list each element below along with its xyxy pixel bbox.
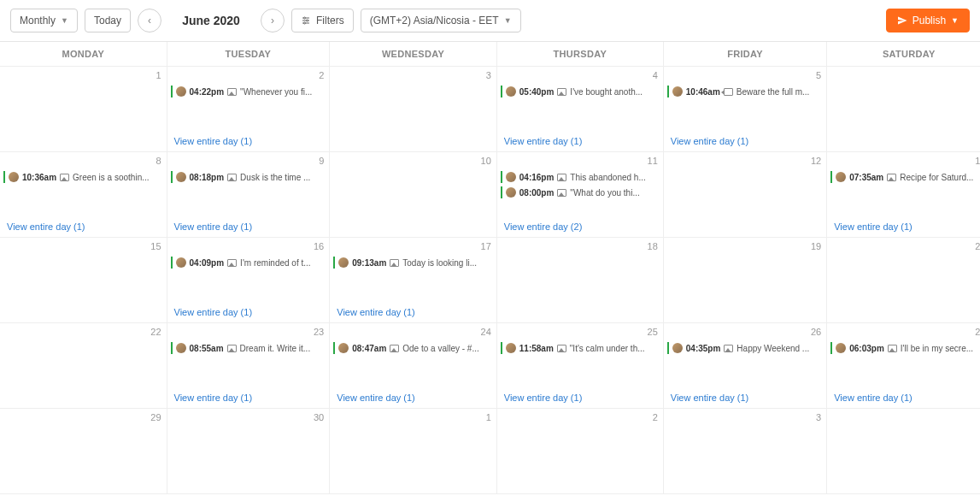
event-text: "What do you thi... xyxy=(570,188,645,198)
view-entire-day-link[interactable]: View entire day (1) xyxy=(827,389,980,404)
avatar xyxy=(176,343,186,353)
filters-button[interactable]: Filters xyxy=(291,9,354,32)
day-cell[interactable]: 12 xyxy=(664,152,827,238)
calendar-event[interactable]: 05:40pmI've bought anoth... xyxy=(501,86,660,97)
event-text: Ode to a valley - #... xyxy=(402,344,479,353)
publish-button[interactable]: Publish ▼ xyxy=(886,9,970,32)
day-cell[interactable]: 3 xyxy=(664,409,827,494)
day-cell[interactable]: 1604:09pmI'm reminded of t...View entire… xyxy=(167,238,331,323)
calendar-event[interactable]: 08:47amOde to a valley - #... xyxy=(333,342,493,354)
day-cell[interactable]: 810:36amGreen is a soothin...View entire… xyxy=(0,152,167,238)
day-cell[interactable]: 4 xyxy=(827,409,980,494)
instagram-icon xyxy=(977,343,980,353)
event-time: 06:03pm xyxy=(849,344,884,353)
event-time: 10:46am xyxy=(686,87,720,97)
day-cell[interactable]: 29 xyxy=(0,409,167,494)
calendar-event[interactable]: 04:16pmThis abandoned h... xyxy=(501,171,660,183)
day-cell[interactable]: 10 xyxy=(330,152,497,238)
day-cell[interactable]: 1104:16pmThis abandoned h...08:00pm"What… xyxy=(497,152,664,238)
timezone-dropdown[interactable]: (GMT+2) Asia/Nicosia - EET ▼ xyxy=(361,9,521,32)
view-entire-day-link[interactable]: View entire day (1) xyxy=(827,218,980,233)
calendar-event[interactable]: 10:46amBeware the full m... xyxy=(667,86,823,97)
toolbar: Monthly ▼ Today ‹ June 2020 › Filters (G… xyxy=(0,0,980,42)
event-text: Happy Weekend ... xyxy=(736,344,809,353)
view-entire-day-link[interactable]: View entire day (2) xyxy=(497,218,663,233)
event-time: 08:55am xyxy=(190,344,224,353)
status-bar xyxy=(501,86,502,97)
calendar-event[interactable]: 04:35pmHappy Weekend ... xyxy=(667,342,823,354)
day-number: 1 xyxy=(0,68,167,82)
day-cell[interactable]: 1 xyxy=(0,67,167,152)
day-cell[interactable]: 2 xyxy=(497,409,664,494)
day-cell[interactable]: 204:22pm"Whenever you fi...View entire d… xyxy=(167,67,331,152)
avatar xyxy=(836,343,846,353)
day-cell[interactable]: 2706:03pmI'll be in my secre...View enti… xyxy=(827,323,980,409)
avatar xyxy=(836,172,846,182)
video-icon xyxy=(724,88,733,96)
day-events xyxy=(664,168,826,233)
view-entire-day-link[interactable]: View entire day (1) xyxy=(167,133,330,148)
day-events: 10:46amBeware the full m... xyxy=(664,82,826,133)
today-button[interactable]: Today xyxy=(85,9,131,32)
view-entire-day-link[interactable]: View entire day (1) xyxy=(664,389,826,404)
day-cell[interactable]: 2308:55amDream it. Write it...View entir… xyxy=(167,323,331,409)
day-cell[interactable]: 405:40pmI've bought anoth...View entire … xyxy=(497,67,664,152)
calendar-event[interactable]: 09:13amToday is looking li... xyxy=(333,257,493,269)
day-cell[interactable]: 18 xyxy=(497,238,664,323)
calendar-event[interactable]: 08:55amDream it. Write it... xyxy=(171,342,326,354)
filters-label: Filters xyxy=(316,15,344,27)
instagram-icon xyxy=(813,343,823,353)
day-number: 20 xyxy=(827,239,980,253)
next-month-button[interactable]: › xyxy=(261,9,285,32)
calendar-event[interactable]: 04:22pm"Whenever you fi... xyxy=(171,86,326,97)
day-cell[interactable]: 1 xyxy=(330,409,497,494)
weekday-header: SATURDAY xyxy=(827,42,980,67)
calendar-event[interactable]: 08:00pm"What do you thi... xyxy=(501,186,660,198)
day-cell[interactable]: 19 xyxy=(664,238,827,323)
status-bar xyxy=(333,342,335,354)
calendar-event[interactable]: 06:03pmI'll be in my secre... xyxy=(830,342,980,354)
day-cell[interactable]: 2408:47amOde to a valley - #...View enti… xyxy=(330,323,497,409)
day-cell[interactable]: 2604:35pmHappy Weekend ...View entire da… xyxy=(664,323,827,409)
view-entire-day-link[interactable]: View entire day (1) xyxy=(330,389,496,404)
view-entire-day-link[interactable]: View entire day (1) xyxy=(167,218,330,233)
view-entire-day-link[interactable]: View entire day (1) xyxy=(330,304,496,319)
view-entire-day-link[interactable]: View entire day (1) xyxy=(167,304,330,319)
day-number: 4 xyxy=(827,410,980,424)
day-cell[interactable]: 1307:35amRecipe for Saturd...View entire… xyxy=(827,152,980,238)
view-entire-day-link[interactable]: View entire day (1) xyxy=(0,218,167,233)
calendar-event[interactable]: 04:09pmI'm reminded of t... xyxy=(171,257,326,269)
day-cell[interactable]: 3 xyxy=(330,67,497,152)
day-number: 12 xyxy=(664,154,826,168)
calendar-event[interactable]: 10:36amGreen is a soothin... xyxy=(3,171,163,183)
prev-month-button[interactable]: ‹ xyxy=(138,9,161,32)
avatar xyxy=(506,172,516,182)
day-cell[interactable]: 6 xyxy=(827,67,980,152)
day-events: 05:40pmI've bought anoth... xyxy=(497,82,663,133)
day-cell[interactable]: 30 xyxy=(167,409,331,494)
day-cell[interactable]: 22 xyxy=(0,323,167,409)
calendar-event[interactable]: 11:58am"It's calm under th... xyxy=(501,342,660,354)
day-cell[interactable]: 510:46amBeware the full m...View entire … xyxy=(664,67,827,152)
view-entire-day-link[interactable]: View entire day (1) xyxy=(167,389,330,404)
instagram-icon xyxy=(483,343,493,353)
day-cell[interactable]: 20 xyxy=(827,238,980,323)
view-mode-dropdown[interactable]: Monthly ▼ xyxy=(10,9,78,32)
view-entire-day-link[interactable]: View entire day (1) xyxy=(664,133,826,148)
day-cell[interactable]: 1709:13amToday is looking li...View enti… xyxy=(330,238,497,323)
avatar xyxy=(176,257,186,268)
day-number: 3 xyxy=(330,68,496,82)
calendar-event[interactable]: 07:35amRecipe for Saturd... xyxy=(830,171,980,183)
day-events: 09:13amToday is looking li... xyxy=(330,253,496,304)
day-cell[interactable]: 2511:58am"It's calm under th...View enti… xyxy=(497,323,664,409)
day-number: 8 xyxy=(0,154,167,168)
calendar-event[interactable]: 08:18pmDusk is the time ... xyxy=(171,171,326,183)
view-entire-day-link[interactable]: View entire day (1) xyxy=(497,133,663,148)
day-events: 04:16pmThis abandoned h...08:00pm"What d… xyxy=(497,168,663,218)
avatar xyxy=(176,172,186,182)
day-number: 1 xyxy=(330,410,496,424)
day-cell[interactable]: 908:18pmDusk is the time ...View entire … xyxy=(167,152,331,238)
view-entire-day-link[interactable]: View entire day (1) xyxy=(497,389,663,404)
day-number: 16 xyxy=(167,239,330,253)
day-cell[interactable]: 15 xyxy=(0,238,167,323)
